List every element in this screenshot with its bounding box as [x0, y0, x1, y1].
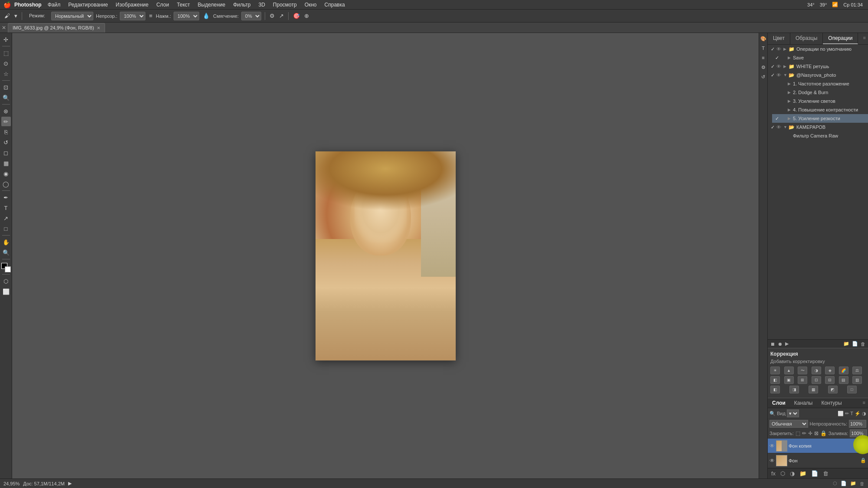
apple-icon[interactable]: 🍎	[3, 1, 11, 8]
ops-record-btn[interactable]: ⏺	[778, 341, 783, 347]
pen-tool[interactable]: ✒	[1, 193, 11, 202]
ops-item-4[interactable]: ▶ 4. Повышение контрастности	[772, 105, 868, 114]
panel-menu-icon[interactable]: ≡	[861, 33, 868, 44]
tab-close-icon[interactable]: ✕	[97, 26, 100, 30]
pressure-select[interactable]: 100%	[174, 12, 199, 20]
eraser-tool[interactable]: ◻	[1, 148, 11, 157]
layer-new-btn[interactable]: 📄	[809, 470, 820, 477]
layer-visibility-bg[interactable]: 👁	[769, 458, 775, 464]
blending-mode-select[interactable]: Обычная	[769, 420, 808, 428]
path-select-tool[interactable]: ↗	[1, 213, 11, 223]
menu-3d[interactable]: 3D	[255, 1, 269, 9]
type-tool[interactable]: T	[1, 203, 11, 213]
quick-select-tool[interactable]: ☆	[1, 69, 11, 79]
mode-select[interactable]: Нормальный	[51, 12, 93, 20]
symmetry-icon[interactable]: ⊕	[303, 12, 310, 20]
blend-select[interactable]: 0%	[241, 12, 261, 20]
corr-btn-mask2[interactable]: □	[847, 386, 857, 393]
settings-icon[interactable]: ⚙	[269, 12, 276, 20]
lock-transparent[interactable]: ⬚	[796, 430, 800, 436]
corr-btn-vibrance[interactable]: ◈	[825, 367, 835, 374]
corr-btn-pattern[interactable]: ▦	[809, 386, 818, 393]
layer-icon-1[interactable]: ⬜	[838, 411, 844, 416]
corr-btn-colorlookup[interactable]: ⊡	[812, 376, 821, 384]
lock-all[interactable]: 🔒	[820, 430, 827, 436]
background-color[interactable]	[5, 266, 11, 272]
move-tool[interactable]: ✢	[1, 35, 11, 44]
corr-btn-channelmix[interactable]: ⊞	[798, 376, 807, 384]
lock-position[interactable]: ✛	[808, 430, 812, 436]
corr-btn-mask1[interactable]: ◩	[828, 386, 838, 393]
ops-folder-btn[interactable]: 📁	[843, 341, 849, 347]
ops-item-kamera[interactable]: ✓ 👁 ▼ 📂 КАМЕРАРОВ	[768, 123, 868, 131]
corr-btn-blackwhite[interactable]: ◧	[770, 376, 780, 384]
status-delete-icon[interactable]: 🗑	[860, 481, 865, 486]
eyedropper-tool[interactable]: 🔍	[1, 93, 11, 102]
dodge-tool[interactable]: ◯	[1, 179, 11, 189]
corr-btn-selective[interactable]: ◨	[789, 386, 799, 393]
corr-btn-levels[interactable]: ▲	[784, 367, 794, 374]
layer-icon-3[interactable]: T	[850, 411, 853, 416]
color-panel-icon[interactable]: 🎨	[760, 35, 767, 43]
history-brush-tool[interactable]: ↺	[1, 138, 11, 147]
zoom-tool[interactable]: 🔍	[1, 248, 11, 257]
menu-layer[interactable]: Слои	[153, 1, 172, 9]
opacity-input[interactable]	[849, 420, 866, 428]
menu-image[interactable]: Изображение	[112, 1, 152, 9]
menu-help[interactable]: Справка	[321, 1, 349, 9]
type-panel-icon[interactable]: T	[760, 44, 767, 52]
brush-tool[interactable]: ✏	[1, 117, 11, 126]
status-folder-icon[interactable]: 📁	[850, 481, 856, 486]
lock-artboard[interactable]: ⊠	[814, 430, 819, 436]
lasso-tool[interactable]: ⊙	[1, 59, 11, 68]
ops-item-nasyrova[interactable]: ✓ 👁 ▼ 📂 @Nasyrova_photo	[768, 71, 868, 79]
menu-file[interactable]: Файл	[44, 1, 64, 9]
ops-item-2[interactable]: ▶ 2. Dodge & Burn	[772, 88, 868, 97]
opacity-select[interactable]: 100%	[120, 12, 145, 20]
corr-btn-curves[interactable]: 〜	[798, 367, 807, 374]
menu-text[interactable]: Текст	[173, 1, 193, 9]
layer-icon-4[interactable]: ⚡	[855, 411, 861, 416]
layer-mask-btn[interactable]: ⬡	[779, 470, 787, 477]
menu-window[interactable]: Окно	[301, 1, 320, 9]
layers-panel-menu[interactable]: ≡	[860, 398, 868, 408]
menu-view[interactable]: Просмотр	[270, 1, 300, 9]
clone-stamp-tool[interactable]: ⎘	[1, 127, 11, 137]
history-icon[interactable]: ↺	[760, 73, 767, 81]
tool-preset-icon[interactable]: ▾	[13, 12, 18, 20]
layer-toggle[interactable]: ◑	[862, 411, 866, 416]
menu-edit[interactable]: Редактирование	[65, 1, 111, 9]
ops-item-default[interactable]: ✓ 👁 ▶ 📁 Операции по умолчанию	[768, 45, 868, 53]
tab-channels[interactable]: Каналы	[790, 398, 817, 408]
corr-btn-brightness[interactable]: ☀	[770, 367, 780, 374]
tab-samples[interactable]: Образцы	[790, 33, 823, 44]
clone-icon[interactable]: 🎯	[292, 12, 301, 20]
layer-fx-btn[interactable]: fx	[769, 470, 777, 477]
layer-visibility-copy[interactable]: 👁	[769, 443, 775, 449]
screen-mode-tool[interactable]: ⬜	[1, 287, 11, 296]
ops-stop-btn[interactable]: ⏹	[770, 341, 775, 347]
ops-play-btn[interactable]: ▶	[785, 341, 789, 347]
corr-btn-threshold[interactable]: ▥	[852, 376, 862, 384]
layer-count-icon[interactable]: ⬡	[833, 481, 837, 486]
corr-btn-hue[interactable]: 🌈	[839, 367, 848, 374]
menu-select[interactable]: Выделение	[194, 1, 229, 9]
layer-delete-btn[interactable]: 🗑	[821, 470, 830, 477]
corr-btn-photofilter[interactable]: ▣	[784, 376, 794, 384]
airbrush-icon[interactable]: 💧	[202, 12, 210, 20]
gradient-tool[interactable]: ▦	[1, 158, 11, 168]
layer-row-copy[interactable]: 👁 Фон копия	[768, 439, 868, 453]
lock-image[interactable]: ✏	[802, 430, 806, 436]
hand-tool[interactable]: ✋	[1, 237, 11, 247]
corr-btn-posterize[interactable]: ▤	[839, 376, 848, 384]
rectangular-marquee-tool[interactable]: ⬚	[1, 48, 11, 58]
color-swatches[interactable]	[1, 263, 11, 272]
menu-filter[interactable]: Фильтр	[230, 1, 254, 9]
ops-item-filter[interactable]: Фильтр Camera Raw	[772, 131, 868, 140]
shape-tool[interactable]: □	[1, 224, 11, 233]
layer-view-dropdown[interactable]: ▾	[787, 409, 799, 417]
close-all-icon[interactable]: ✕	[2, 25, 6, 31]
ops-new-btn[interactable]: 📄	[852, 341, 858, 347]
ops-item-save[interactable]: ✓ ▶ Save	[772, 53, 868, 62]
ops-item-1[interactable]: ▶ 1. Частотное разложение	[772, 79, 868, 88]
